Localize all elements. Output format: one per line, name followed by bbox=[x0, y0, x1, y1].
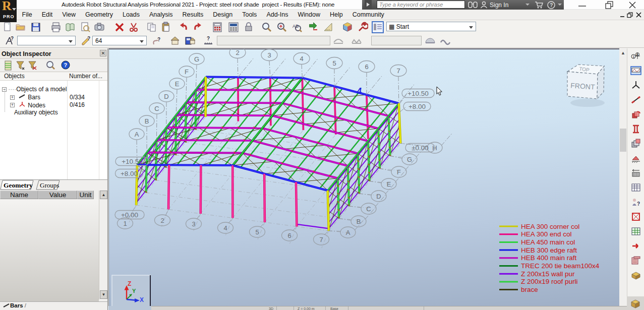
svg-text:7: 7 bbox=[319, 236, 323, 243]
svg-text:4: 4 bbox=[357, 87, 362, 95]
svg-text:HEA 300 end col: HEA 300 end col bbox=[521, 230, 572, 238]
svg-text:C: C bbox=[366, 205, 371, 213]
svg-text:1: 1 bbox=[632, 54, 635, 59]
svg-text:HEB 400 main raft: HEB 400 main raft bbox=[521, 254, 577, 262]
svg-text:Y: Y bbox=[132, 288, 136, 294]
svg-text:5: 5 bbox=[332, 59, 336, 67]
svg-text:?: ? bbox=[550, 3, 553, 8]
svg-text:+8.00: +8.00 bbox=[121, 170, 138, 177]
svg-text:B: B bbox=[145, 117, 149, 125]
svg-text:+10.50: +10.50 bbox=[407, 90, 429, 97]
svg-text:C: C bbox=[154, 105, 159, 112]
svg-text:2: 2 bbox=[236, 49, 239, 56]
svg-text:Z: Z bbox=[128, 280, 131, 287]
svg-text:3: 3 bbox=[192, 220, 195, 228]
svg-text:HEA 450 main col: HEA 450 main col bbox=[521, 238, 575, 246]
svg-text:6: 6 bbox=[365, 63, 368, 71]
svg-text:D: D bbox=[164, 93, 168, 100]
svg-text:5: 5 bbox=[255, 228, 259, 236]
svg-text:Z 200x19 roof purli: Z 200x19 roof purli bbox=[521, 278, 578, 285]
svg-text:?: ? bbox=[207, 36, 210, 41]
svg-text:+0.00: +0.00 bbox=[121, 211, 138, 219]
svg-text:F: F bbox=[397, 168, 401, 176]
svg-text:2: 2 bbox=[160, 217, 164, 224]
svg-text:X: X bbox=[140, 296, 144, 303]
svg-text:+8.00: +8.00 bbox=[408, 103, 426, 110]
svg-text:E: E bbox=[175, 80, 180, 88]
svg-text:G: G bbox=[407, 156, 412, 163]
svg-text:3: 3 bbox=[267, 51, 271, 59]
svg-text:FRONT: FRONT bbox=[570, 81, 596, 91]
svg-text:4: 4 bbox=[223, 224, 227, 232]
svg-text:?: ? bbox=[11, 36, 14, 41]
svg-text:E: E bbox=[387, 180, 391, 188]
svg-text:Z 200x15 wall pur: Z 200x15 wall pur bbox=[521, 270, 575, 278]
svg-text:7: 7 bbox=[396, 67, 400, 75]
svg-text:D: D bbox=[376, 193, 381, 200]
svg-text:HEA 300 corner col: HEA 300 corner col bbox=[521, 223, 579, 230]
svg-text:HEB 300 edge raft: HEB 300 edge raft bbox=[521, 246, 577, 254]
svg-text:?: ? bbox=[637, 201, 640, 207]
svg-text:±0.00: ±0.00 bbox=[412, 144, 429, 152]
svg-text:TREC 200 tie beam100x4: TREC 200 tie beam100x4 bbox=[521, 262, 600, 270]
svg-text:?: ? bbox=[87, 36, 90, 41]
svg-text:1: 1 bbox=[123, 220, 127, 227]
svg-text:brace: brace bbox=[521, 286, 538, 293]
svg-text:Geometry: Geometry bbox=[4, 181, 33, 189]
svg-text:+10.50: +10.50 bbox=[122, 158, 143, 165]
svg-text:4: 4 bbox=[300, 55, 303, 63]
svg-text:Groups: Groups bbox=[40, 181, 59, 189]
svg-text:B: B bbox=[357, 218, 361, 225]
svg-text:A: A bbox=[636, 53, 639, 56]
svg-text:A: A bbox=[346, 229, 350, 236]
svg-text:6: 6 bbox=[287, 232, 291, 239]
svg-text:?: ? bbox=[64, 62, 68, 68]
svg-text:?: ? bbox=[157, 37, 160, 42]
svg-text:A: A bbox=[135, 131, 139, 138]
svg-text:G: G bbox=[194, 55, 199, 63]
svg-text:F: F bbox=[185, 68, 189, 76]
